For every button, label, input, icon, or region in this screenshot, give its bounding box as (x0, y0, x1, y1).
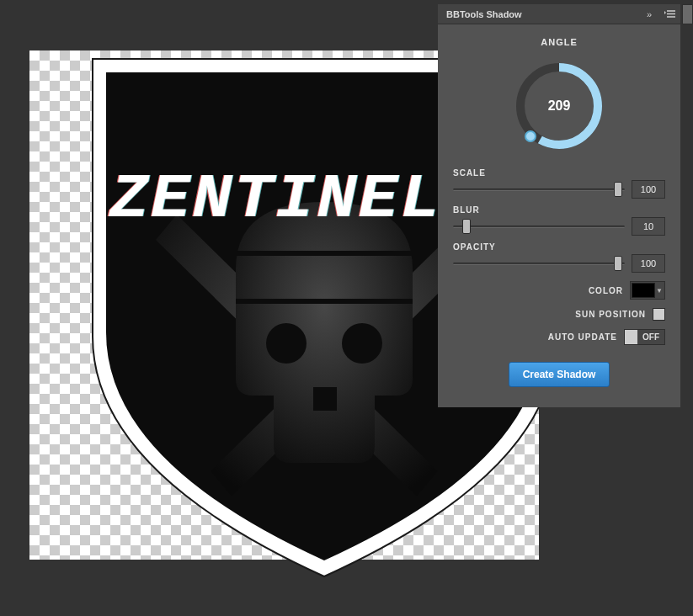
collapse-icon[interactable]: » (643, 8, 655, 20)
blur-slider[interactable] (453, 220, 625, 233)
auto-update-label: AUTO UPDATE (548, 332, 617, 342)
angle-label: ANGLE (453, 37, 665, 47)
create-shadow-button[interactable]: Create Shadow (509, 362, 610, 387)
opacity-value-input[interactable]: 100 (632, 254, 665, 273)
panel-menu-icon[interactable] (664, 8, 675, 20)
bbtools-shadow-panel: BBTools Shadow » ANGLE 209 SCALE (438, 4, 680, 407)
blur-value-input[interactable]: 10 (632, 217, 665, 236)
angle-value: 209 (509, 56, 610, 157)
angle-dial[interactable]: 209 (509, 56, 610, 157)
svg-rect-4 (236, 251, 413, 256)
opacity-slider-thumb[interactable] (614, 256, 622, 271)
toggle-knob (625, 330, 637, 344)
angle-dial-handle[interactable] (525, 130, 536, 142)
scale-label: SCALE (453, 168, 665, 178)
auto-update-state: OFF (637, 330, 664, 344)
svg-point-1 (342, 323, 382, 364)
scale-value-input[interactable]: 100 (632, 180, 665, 199)
color-picker[interactable]: ▼ (630, 281, 665, 300)
panel-title: BBTools Shadow (446, 9, 522, 19)
sun-position-checkbox[interactable] (653, 308, 665, 321)
svg-rect-2 (313, 387, 337, 411)
adjacent-panel-edge (682, 4, 693, 24)
opacity-slider[interactable] (453, 257, 625, 270)
opacity-label: OPACITY (453, 242, 665, 252)
artwork-title-text: ZENTINELS (109, 164, 482, 236)
auto-update-toggle[interactable]: OFF (624, 329, 665, 345)
svg-point-0 (266, 323, 307, 364)
panel-header[interactable]: BBTools Shadow » (438, 4, 680, 24)
scale-slider-thumb[interactable] (614, 182, 622, 197)
color-label: COLOR (589, 286, 623, 295)
blur-label: BLUR (453, 205, 665, 215)
svg-marker-8 (664, 11, 666, 14)
sun-position-label: SUN POSITION (575, 310, 646, 319)
svg-rect-3 (236, 299, 413, 304)
scale-slider[interactable] (453, 183, 625, 196)
color-swatch (632, 283, 655, 298)
chevron-down-icon: ▼ (655, 287, 664, 295)
blur-slider-thumb[interactable] (462, 219, 471, 234)
